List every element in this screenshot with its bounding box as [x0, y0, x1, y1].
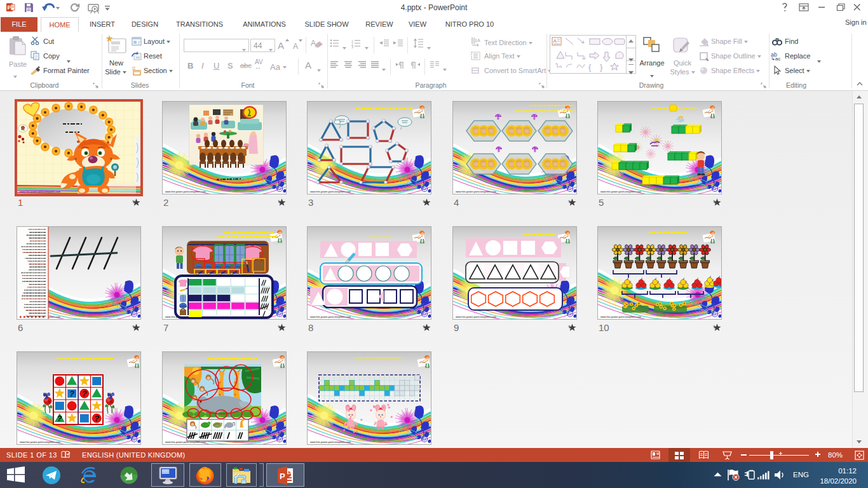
svg-text:?: ? — [57, 414, 62, 423]
svg-text:P: P — [280, 471, 285, 481]
svg-text:A: A — [477, 38, 480, 43]
svg-text:?: ? — [69, 389, 74, 398]
svg-text:3: 3 — [351, 45, 353, 48]
svg-text:?: ? — [82, 389, 87, 398]
svg-text:A: A — [311, 39, 316, 48]
svg-text:}: } — [600, 62, 603, 72]
svg-text:A: A — [553, 38, 557, 44]
svg-text:A: A — [278, 40, 284, 51]
svg-text:{: { — [588, 62, 592, 72]
svg-text:?: ? — [94, 414, 99, 423]
svg-text:↳ac: ↳ac — [771, 56, 780, 61]
svg-text:A: A — [293, 42, 298, 51]
